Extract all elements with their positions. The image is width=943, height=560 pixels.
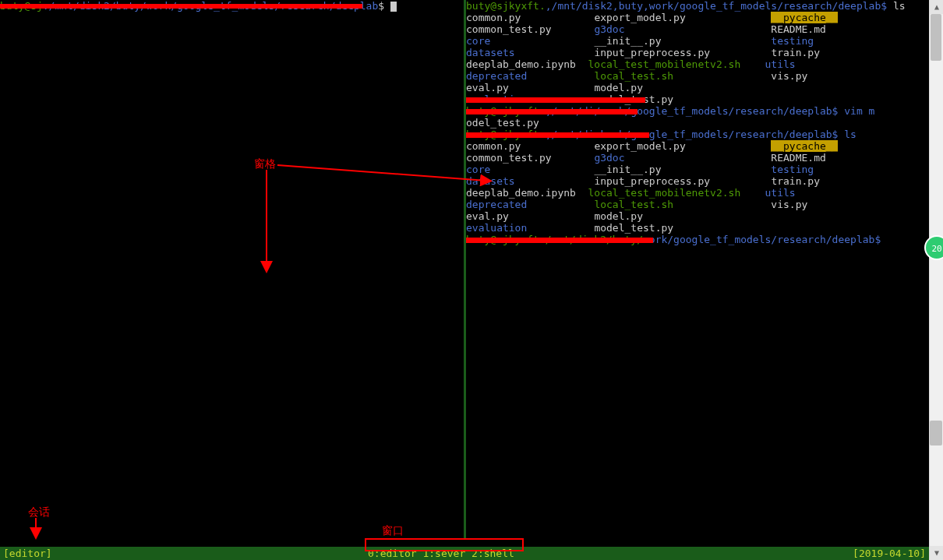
- annotation-window-label: 窗口: [382, 525, 404, 537]
- vertical-scrollbar[interactable]: ▲ ▼: [929, 0, 943, 560]
- notification-badge[interactable]: 20: [924, 235, 943, 260]
- tmux-terminal: buty@sj:/mnt/disk2/buty/work/google_tf_m…: [0, 0, 929, 560]
- prompt-dollar: $: [378, 0, 390, 12]
- status-date: [2019-04-10]: [853, 548, 926, 559]
- annotation-arrow-right: [277, 162, 492, 185]
- redaction-bar: [466, 238, 653, 243]
- prompt-host: buty@sjkyxft.: [466, 0, 546, 12]
- scroll-up-button[interactable]: ▲: [930, 0, 943, 14]
- scroll-thumb[interactable]: [931, 14, 941, 61]
- scroll-nub[interactable]: [930, 421, 942, 446]
- session-name[interactable]: [editor]: [3, 548, 52, 559]
- prompt-line: buty@sjkyxft.,/mnt/disk2,buty,work/googl…: [466, 0, 929, 12]
- annotation-pane-label: 窗格: [254, 158, 276, 170]
- pane-container: buty@sj:/mnt/disk2/buty/work/google_tf_m…: [0, 0, 929, 538]
- cmd: ls: [893, 0, 906, 12]
- tmux-pane-right[interactable]: buty@sjkyxft.,/mnt/disk2,buty,work/googl…: [466, 0, 929, 538]
- scroll-down-button[interactable]: ▼: [930, 546, 943, 560]
- redaction-bar: [466, 109, 637, 114]
- cursor: [390, 2, 397, 12]
- annotation-arrow-session: [30, 518, 42, 540]
- redaction-bar: [466, 97, 645, 103]
- annotation-window-box: [365, 538, 524, 551]
- prompt-path: ,/mnt/disk2,buty,work/google_tf_models/r…: [546, 0, 893, 12]
- redaction-bar: [466, 132, 649, 138]
- redaction-bar: [0, 4, 362, 9]
- svg-line-1: [277, 165, 486, 181]
- annotation-arrow-down: [260, 170, 276, 275]
- annotation-session-label: 会话: [28, 506, 50, 518]
- tmux-pane-left[interactable]: buty@sj:/mnt/disk2/buty/work/google_tf_m…: [0, 0, 464, 538]
